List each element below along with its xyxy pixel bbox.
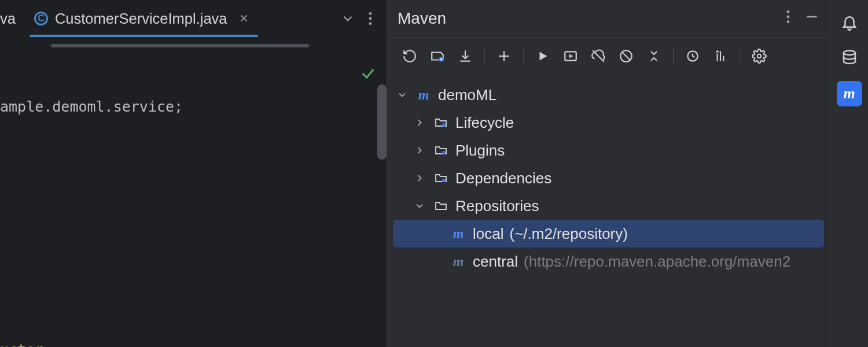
svg-point-3: [787, 10, 790, 13]
svg-point-4: [787, 16, 790, 19]
toggle-offline-icon[interactable]: [586, 44, 610, 68]
maven-header: Maven: [387, 0, 830, 37]
notifications-icon[interactable]: [837, 9, 862, 35]
right-tool-strip: m: [830, 0, 868, 347]
code-annotation: uctor: [0, 341, 43, 347]
svg-point-0: [369, 12, 372, 15]
code-editor[interactable]: ample.demoml.service; uctor ustomerServi…: [0, 37, 387, 347]
svg-point-5: [787, 20, 790, 23]
tab-label: va: [0, 10, 16, 27]
svg-point-21: [442, 123, 446, 127]
chevron-right-icon[interactable]: [413, 172, 426, 184]
download-sources-icon[interactable]: [453, 44, 477, 68]
maven-tool-icon[interactable]: m: [837, 81, 862, 106]
separator: [484, 47, 485, 65]
skip-tests-icon[interactable]: [614, 44, 638, 68]
editor-tab-active[interactable]: C CustomerServiceImpl.java ✕: [25, 0, 263, 37]
close-tab-icon[interactable]: ✕: [234, 12, 253, 25]
svg-point-1: [369, 17, 372, 20]
database-icon[interactable]: [837, 45, 862, 71]
maven-repo-icon: m: [450, 254, 467, 270]
svg-rect-23: [442, 179, 446, 182]
code-text: service: [113, 98, 174, 115]
maven-tool-window: Maven: [387, 0, 830, 347]
folder-gear-icon: [432, 116, 450, 130]
maven-repo-icon: m: [450, 226, 467, 242]
tree-label: Lifecycle: [455, 114, 514, 132]
svg-point-2: [369, 22, 372, 25]
svg-marker-12: [569, 54, 573, 58]
show-dependencies-icon[interactable]: [681, 44, 705, 68]
maven-module-icon: m: [415, 87, 432, 103]
dependencies-node[interactable]: Dependencies: [387, 164, 830, 192]
minimize-icon[interactable]: [804, 9, 819, 28]
separator: [523, 47, 524, 65]
maven-title: Maven: [398, 9, 446, 28]
separator: [673, 47, 674, 65]
chevron-down-icon[interactable]: [413, 200, 426, 212]
tree-label: demoML: [438, 86, 496, 104]
maven-toolbar: [387, 37, 830, 74]
editor-tab-bar: va C CustomerServiceImpl.java ✕: [0, 0, 387, 37]
reload-icon[interactable]: [398, 44, 422, 68]
editor-tab-partial[interactable]: va: [0, 0, 25, 37]
editor-scrollbar-thumb[interactable]: [377, 84, 387, 160]
add-icon[interactable]: [492, 44, 516, 68]
plugins-node[interactable]: Plugins: [387, 136, 830, 164]
run-icon[interactable]: [531, 44, 555, 68]
tree-label: central: [473, 253, 518, 271]
chevron-right-icon[interactable]: [413, 117, 426, 128]
folder-icon: [432, 199, 450, 213]
show-diagram-icon[interactable]: [708, 44, 733, 68]
tree-label: Repositories: [455, 197, 539, 215]
svg-marker-10: [540, 51, 547, 60]
editor-pane: va C CustomerServiceImpl.java ✕ ample.de…: [0, 0, 387, 347]
chevron-down-icon[interactable]: [395, 89, 409, 101]
generate-sources-icon[interactable]: [425, 44, 450, 68]
repository-central-node[interactable]: m central (https://repo.maven.apache.org…: [387, 248, 830, 275]
settings-icon[interactable]: [747, 44, 771, 68]
chevron-right-icon[interactable]: [413, 145, 426, 156]
options-icon[interactable]: [786, 9, 790, 28]
repositories-node[interactable]: Repositories: [387, 192, 830, 220]
code-text: ;: [174, 98, 183, 115]
tab-list-dropdown-icon[interactable]: [340, 11, 355, 26]
execute-goal-icon[interactable]: [558, 44, 583, 68]
tree-label: Plugins: [455, 142, 505, 160]
maven-project-node[interactable]: m demoML: [387, 81, 830, 109]
tree-label: Dependencies: [455, 169, 551, 187]
java-class-icon: C: [34, 12, 48, 25]
tree-label-path: (https://repo.maven.apache.org/maven2: [524, 253, 790, 271]
lifecycle-node[interactable]: Lifecycle: [387, 109, 830, 136]
maven-tree: m demoML Lifecycle Plugins Dependencies: [387, 74, 830, 275]
folder-lib-icon: [432, 171, 450, 185]
repository-local-node[interactable]: m local (~/.m2/repository): [393, 220, 824, 248]
collapse-all-icon[interactable]: [642, 44, 666, 68]
tab-options-icon[interactable]: [368, 11, 373, 26]
folder-gear-icon: [432, 143, 450, 157]
separator: [740, 47, 740, 65]
inspection-ok-icon[interactable]: [290, 40, 376, 113]
tab-label: CustomerServiceImpl.java: [55, 10, 227, 27]
svg-point-22: [442, 151, 446, 154]
tree-label-path: (~/.m2/repository): [509, 225, 627, 243]
svg-line-15: [621, 51, 630, 60]
code-text: ample.demoml.: [0, 98, 113, 115]
tree-label: local: [473, 225, 503, 243]
svg-point-24: [844, 51, 855, 56]
svg-point-20: [757, 54, 762, 58]
